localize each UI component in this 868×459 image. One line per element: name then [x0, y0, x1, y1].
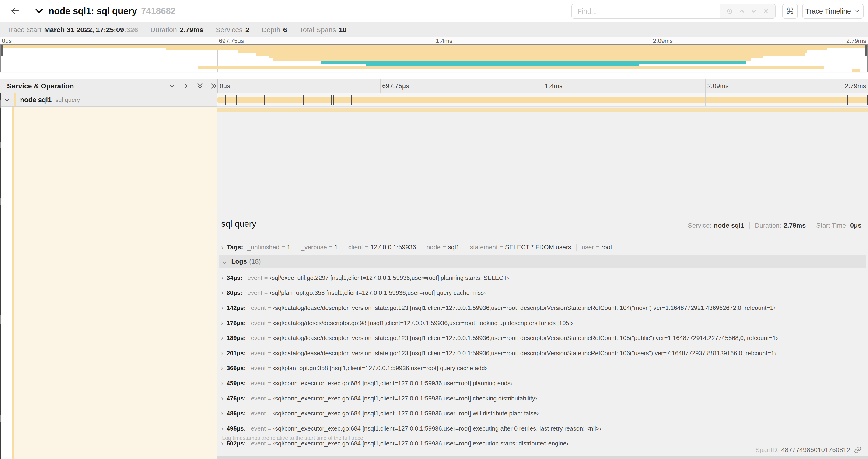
- tag-value: 1: [334, 244, 338, 251]
- trace-title-group: node sql1: sql query 7418682: [34, 0, 176, 22]
- log-value: ‹sql/plan_opt.go:358 [nsql1,client=127.0…: [273, 365, 487, 372]
- log-key: event: [251, 395, 266, 402]
- log-value: ‹sql/catalog/lease/descriptor_version_st…: [273, 334, 778, 342]
- meta-value: 2.79ms: [783, 222, 806, 229]
- logs-header[interactable]: ⌄ Logs (18): [219, 255, 866, 268]
- expand-one-icon[interactable]: [182, 81, 190, 91]
- log-row[interactable]: ›495μs:event=‹sql/conn_executor_exec.go:…: [221, 421, 864, 436]
- chevron-right-icon: ›: [221, 395, 223, 402]
- stat-label: Depth: [261, 26, 280, 34]
- stat-label: Duration: [151, 26, 177, 34]
- log-row[interactable]: ›142μs:event=‹sql/catalog/lease/descript…: [221, 300, 864, 316]
- log-key: event: [251, 380, 266, 387]
- log-event-tick-icon: [351, 95, 352, 105]
- log-key: event: [251, 350, 266, 357]
- column-resize-grip[interactable]: [212, 87, 214, 92]
- tag-separator: [296, 244, 296, 251]
- locate-icon[interactable]: [726, 7, 734, 15]
- top-header: node sql1: sql query 7418682 ⌘: [0, 0, 868, 22]
- stat-value: 6: [283, 26, 287, 34]
- chevron-right-icon: ›: [221, 305, 223, 311]
- meta-value: node sql1: [714, 222, 744, 229]
- operation-name: sql query: [55, 96, 80, 104]
- log-row[interactable]: ›189μs:event=‹sql/catalog/lease/descript…: [221, 330, 864, 346]
- log-row[interactable]: ›476μs:event=‹sql/conn_executor_exec.go:…: [221, 391, 864, 406]
- service-color-stripe: [12, 107, 13, 459]
- service-color-stripe: [14, 93, 16, 106]
- keyboard-shortcuts-button[interactable]: ⌘: [782, 4, 798, 19]
- log-value: ‹sql/catalog/descs/descriptor.go:98 [nsq…: [273, 320, 573, 327]
- log-equals: =: [268, 425, 271, 432]
- log-row[interactable]: ›34μs:event=‹sql/exec_util.go:2297 [nsql…: [221, 270, 864, 286]
- minimap-span-bar: [1, 45, 867, 47]
- log-row[interactable]: ›176μs:event=‹sql/catalog/descs/descript…: [221, 316, 864, 331]
- minimap-span-bar: [198, 66, 824, 69]
- view-selector-label: Trace Timeline: [805, 7, 851, 15]
- logs-label: Logs: [231, 258, 247, 265]
- tag-equals: =: [329, 244, 333, 251]
- tag-key: _unfinished: [247, 244, 280, 251]
- log-row[interactable]: ›366μs:event=‹sql/plan_opt.go:358 [nsql1…: [221, 361, 864, 376]
- log-equals: =: [268, 320, 271, 327]
- grid-line: [380, 93, 380, 106]
- span-collapse-chevron-icon[interactable]: [0, 96, 14, 103]
- tag-separator: [576, 244, 577, 251]
- find-clear-icon[interactable]: [762, 7, 770, 15]
- viewport-left-handle[interactable]: [1, 45, 3, 56]
- detail-row-tint: [13, 107, 217, 459]
- span-name-cell[interactable]: node sql1 sql query: [0, 93, 217, 107]
- detail-panel: sql query Service:node sql1Duration:2.79…: [217, 107, 868, 459]
- timeline-ruler: 0μs697.75μs1.4ms2.09ms2.79ms: [218, 79, 868, 93]
- back-button[interactable]: [0, 0, 30, 22]
- log-event-tick-icon: [331, 95, 332, 105]
- tag-key: user: [582, 244, 594, 251]
- minimap-span-bar: [321, 61, 746, 64]
- tags-label: Tags:: [227, 244, 243, 251]
- minimap-span-bar: [238, 50, 807, 53]
- tag-key: statement: [470, 244, 498, 251]
- log-equals: =: [268, 304, 271, 312]
- tag-separator: [343, 244, 343, 251]
- collapse-all-icon[interactable]: [195, 81, 205, 91]
- viewport-right-handle[interactable]: [865, 45, 867, 56]
- log-time: 176μs:: [226, 320, 246, 327]
- service-operation-header: Service & Operation: [0, 79, 217, 93]
- expand-all-icon[interactable]: [210, 81, 218, 91]
- tag-item: node=sql1: [427, 244, 459, 251]
- log-row[interactable]: ›486μs:event=‹sql/conn_executor_exec.go:…: [221, 406, 864, 421]
- tag-value: 1: [287, 244, 290, 251]
- stat-separator: [144, 26, 145, 33]
- find-prev-icon[interactable]: [738, 7, 746, 15]
- find-next-icon[interactable]: [750, 7, 757, 15]
- log-equals: =: [268, 380, 271, 387]
- log-event-tick-icon: [335, 95, 335, 105]
- minimap-canvas[interactable]: [0, 44, 868, 72]
- chevron-down-icon: [854, 8, 860, 14]
- tags-row[interactable]: › Tags: _unfinished=1_verbose=1client=12…: [221, 242, 612, 252]
- span-bar-cell[interactable]: [217, 93, 868, 107]
- log-row[interactable]: ›201μs:event=‹sql/catalog/lease/descript…: [221, 346, 864, 361]
- chevron-right-icon: ›: [221, 350, 223, 356]
- view-selector-button[interactable]: Trace Timeline: [802, 4, 864, 19]
- detail-span-bar[interactable]: [217, 108, 868, 112]
- tag-value: sql1: [448, 244, 460, 251]
- spanid-label: SpanID:: [755, 446, 779, 454]
- log-row[interactable]: ›459μs:event=‹sql/conn_executor_exec.go:…: [221, 376, 864, 391]
- tag-item: user=root: [582, 244, 612, 251]
- tag-key: node: [427, 244, 440, 251]
- find-input[interactable]: [572, 4, 720, 18]
- meta-label: Duration:: [755, 222, 781, 229]
- meta-label: Service:: [688, 222, 711, 229]
- logs-count: (18): [249, 258, 261, 265]
- grid-line: [543, 79, 543, 93]
- link-icon[interactable]: [854, 446, 862, 454]
- tag-equals: =: [596, 244, 599, 251]
- span-duration-bar[interactable]: [217, 97, 868, 103]
- jaeger-trace-view: node sql1: sql query 7418682 ⌘: [0, 0, 868, 459]
- timeline-header: Service & Operation 0μs697.75μs1.4ms2.09…: [0, 78, 868, 93]
- meta-label: Start Time:: [816, 222, 848, 229]
- collapse-one-icon[interactable]: [167, 81, 177, 91]
- collapse-trace-chevron-icon[interactable]: [34, 6, 44, 16]
- log-row[interactable]: ›80μs:event=‹sql/plan_opt.go:358 [nsql1,…: [221, 286, 864, 301]
- bottom-strip: [217, 456, 868, 459]
